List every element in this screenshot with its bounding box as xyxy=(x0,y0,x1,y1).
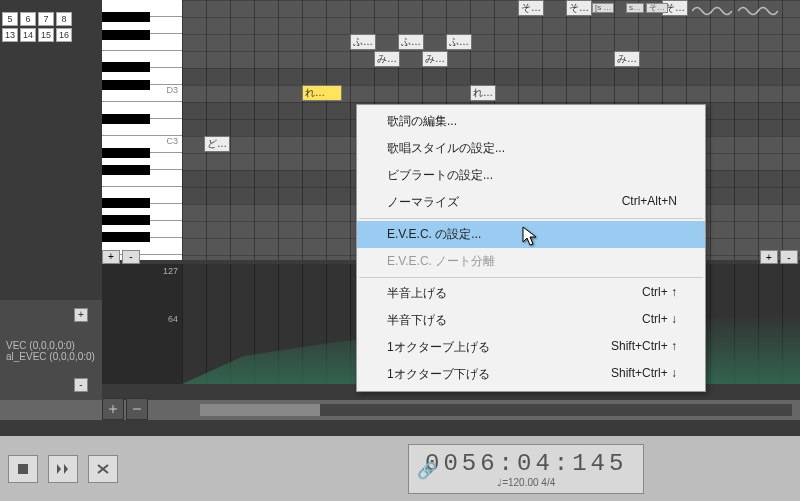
zoom-in-button[interactable]: + xyxy=(102,250,120,264)
step-5[interactable]: 5 xyxy=(2,12,18,26)
note[interactable]: ど… xyxy=(204,136,230,152)
time-value: 0056:04:145 xyxy=(425,450,627,477)
note-badge: [s … xyxy=(592,3,614,13)
parameter-panel: + VEC (0,0,0,0:0) al_EVEC (0,0,0,0:0) - xyxy=(0,300,102,400)
param-line: VEC (0,0,0,0:0) xyxy=(6,340,96,351)
loop-button[interactable] xyxy=(88,455,118,483)
key-label-d3: D3 xyxy=(166,85,178,95)
step-buttons: 5 6 7 8 13 14 15 16 xyxy=(0,10,74,44)
transport-bar: 🔗 0056:04:145 ♩=120.00 4/4 xyxy=(0,436,800,501)
zoom-vertical: + - xyxy=(102,250,140,264)
menu-semitone-up[interactable]: 半音上げるCtrl+ ↑ xyxy=(357,280,705,307)
remove-param-button[interactable]: - xyxy=(74,378,88,392)
note[interactable]: ふ… xyxy=(398,34,424,50)
stop-button[interactable] xyxy=(8,455,38,483)
cursor-icon xyxy=(522,226,540,252)
param-line: al_EVEC (0,0,0,0:0) xyxy=(6,351,96,362)
zoom-in-button[interactable]: + xyxy=(760,250,778,264)
note[interactable]: そ… xyxy=(566,0,592,16)
zoom-out-button[interactable]: - xyxy=(122,250,140,264)
menu-vibrato[interactable]: ビブラートの設定... xyxy=(357,162,705,189)
step-15[interactable]: 15 xyxy=(38,28,54,42)
step-7[interactable]: 7 xyxy=(38,12,54,26)
vibrato-icon xyxy=(692,4,732,18)
note[interactable]: そ… xyxy=(518,0,544,16)
scale-mid: 64 xyxy=(168,314,178,324)
step-13[interactable]: 13 xyxy=(2,28,18,42)
menu-normalize[interactable]: ノーマライズCtrl+Alt+N xyxy=(357,189,705,216)
menu-octave-down[interactable]: 1オクターブ下げるShift+Ctrl+ ↓ xyxy=(357,361,705,388)
vibrato-icon xyxy=(738,4,778,18)
time-display: 🔗 0056:04:145 ♩=120.00 4/4 xyxy=(408,444,644,494)
key-label-c3: C3 xyxy=(166,136,178,146)
step-16[interactable]: 16 xyxy=(56,28,72,42)
scale-max: 127 xyxy=(163,266,178,276)
step-8[interactable]: 8 xyxy=(56,12,72,26)
note-badge: s… xyxy=(626,3,644,13)
note[interactable]: み… xyxy=(374,51,400,67)
scrollbar-thumb[interactable] xyxy=(200,404,320,416)
link-icon: 🔗 xyxy=(417,461,437,480)
tempo-value: ♩=120.00 4/4 xyxy=(497,477,555,488)
note[interactable]: ふ… xyxy=(446,34,472,50)
menu-edit-lyrics[interactable]: 歌詞の編集... xyxy=(357,108,705,135)
expand-button[interactable] xyxy=(102,398,124,420)
zoom-out-button[interactable]: - xyxy=(780,250,798,264)
note[interactable]: ふ… xyxy=(350,34,376,50)
note-selected[interactable]: れ… xyxy=(302,85,342,101)
menu-singing-style[interactable]: 歌唱スタイルの設定... xyxy=(357,135,705,162)
play-button[interactable] xyxy=(48,455,78,483)
step-6[interactable]: 6 xyxy=(20,12,36,26)
step-14[interactable]: 14 xyxy=(20,28,36,42)
menu-semitone-down[interactable]: 半音下げるCtrl+ ↓ xyxy=(357,307,705,334)
menu-evec-split: E.V.E.C. ノート分離 xyxy=(357,248,705,275)
note-badge: そ… xyxy=(646,3,668,13)
note[interactable]: れ… xyxy=(470,85,496,101)
note[interactable]: み… xyxy=(422,51,448,67)
zoom-horizontal: + - xyxy=(760,250,798,264)
collapse-button[interactable] xyxy=(126,398,148,420)
menu-octave-up[interactable]: 1オクターブ上げるShift+Ctrl+ ↑ xyxy=(357,334,705,361)
note[interactable]: み… xyxy=(614,51,640,67)
add-param-button[interactable]: + xyxy=(74,308,88,322)
svg-rect-0 xyxy=(18,464,28,474)
piano-keyboard[interactable]: D3 C3 xyxy=(102,0,182,260)
